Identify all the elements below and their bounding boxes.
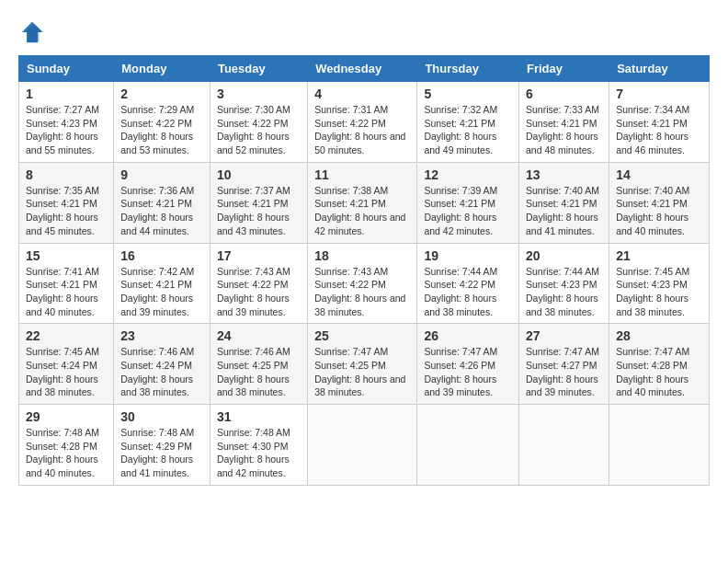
day-info: Sunrise: 7:44 AMSunset: 4:23 PMDaylight:… (526, 265, 602, 319)
day-info: Sunrise: 7:48 AMSunset: 4:30 PMDaylight:… (217, 426, 301, 480)
day-cell: 2 Sunrise: 7:29 AMSunset: 4:22 PMDayligh… (114, 82, 210, 163)
col-header-friday: Friday (518, 56, 609, 82)
day-number: 25 (314, 328, 410, 343)
day-cell: 21 Sunrise: 7:45 AMSunset: 4:23 PMDaylig… (609, 243, 710, 324)
day-number: 10 (217, 167, 301, 182)
week-row-4: 22 Sunrise: 7:45 AMSunset: 4:24 PMDaylig… (19, 324, 710, 405)
day-number: 24 (217, 328, 301, 343)
header-row: SundayMondayTuesdayWednesdayThursdayFrid… (19, 56, 710, 82)
day-number: 9 (120, 167, 203, 182)
day-info: Sunrise: 7:47 AMSunset: 4:28 PMDaylight:… (616, 345, 702, 399)
day-info: Sunrise: 7:44 AMSunset: 4:22 PMDaylight:… (424, 265, 512, 319)
day-cell (609, 405, 710, 486)
day-number: 4 (314, 86, 410, 101)
week-row-3: 15 Sunrise: 7:41 AMSunset: 4:21 PMDaylig… (19, 243, 710, 324)
day-cell (417, 405, 519, 486)
col-header-thursday: Thursday (417, 56, 519, 82)
day-cell: 29 Sunrise: 7:48 AMSunset: 4:28 PMDaylig… (19, 405, 114, 486)
day-cell: 17 Sunrise: 7:43 AMSunset: 4:22 PMDaylig… (210, 243, 307, 324)
day-info: Sunrise: 7:35 AMSunset: 4:21 PMDaylight:… (26, 184, 107, 238)
calendar-body: 1 Sunrise: 7:27 AMSunset: 4:23 PMDayligh… (19, 82, 710, 486)
day-cell (308, 405, 417, 486)
day-number: 17 (217, 248, 301, 263)
day-number: 3 (217, 86, 301, 101)
day-cell: 1 Sunrise: 7:27 AMSunset: 4:23 PMDayligh… (19, 82, 114, 163)
day-cell: 14 Sunrise: 7:40 AMSunset: 4:21 PMDaylig… (609, 162, 710, 243)
page-header (18, 18, 710, 46)
day-number: 16 (120, 248, 203, 263)
day-number: 19 (424, 248, 512, 263)
col-header-monday: Monday (114, 56, 210, 82)
day-info: Sunrise: 7:34 AMSunset: 4:21 PMDaylight:… (616, 103, 702, 157)
day-number: 7 (616, 86, 702, 101)
day-cell: 5 Sunrise: 7:32 AMSunset: 4:21 PMDayligh… (417, 82, 519, 163)
day-info: Sunrise: 7:30 AMSunset: 4:22 PMDaylight:… (217, 103, 301, 157)
calendar-header: SundayMondayTuesdayWednesdayThursdayFrid… (19, 56, 710, 82)
day-cell: 25 Sunrise: 7:47 AMSunset: 4:25 PMDaylig… (308, 324, 417, 405)
logo-icon (18, 18, 46, 46)
day-info: Sunrise: 7:41 AMSunset: 4:21 PMDaylight:… (26, 265, 107, 319)
day-number: 22 (26, 328, 107, 343)
day-cell: 31 Sunrise: 7:48 AMSunset: 4:30 PMDaylig… (210, 405, 307, 486)
week-row-2: 8 Sunrise: 7:35 AMSunset: 4:21 PMDayligh… (19, 162, 710, 243)
day-cell: 15 Sunrise: 7:41 AMSunset: 4:21 PMDaylig… (19, 243, 114, 324)
day-cell: 3 Sunrise: 7:30 AMSunset: 4:22 PMDayligh… (210, 82, 307, 163)
day-cell: 23 Sunrise: 7:46 AMSunset: 4:24 PMDaylig… (114, 324, 210, 405)
day-number: 8 (26, 167, 107, 182)
day-number: 1 (26, 86, 107, 101)
day-number: 2 (120, 86, 203, 101)
day-info: Sunrise: 7:46 AMSunset: 4:25 PMDaylight:… (217, 345, 301, 399)
day-number: 18 (314, 248, 410, 263)
day-info: Sunrise: 7:47 AMSunset: 4:27 PMDaylight:… (526, 345, 602, 399)
logo (18, 18, 50, 46)
day-number: 23 (120, 328, 203, 343)
day-number: 12 (424, 167, 512, 182)
day-cell: 28 Sunrise: 7:47 AMSunset: 4:28 PMDaylig… (609, 324, 710, 405)
day-cell: 9 Sunrise: 7:36 AMSunset: 4:21 PMDayligh… (114, 162, 210, 243)
col-header-saturday: Saturday (609, 56, 710, 82)
day-cell: 22 Sunrise: 7:45 AMSunset: 4:24 PMDaylig… (19, 324, 114, 405)
day-cell: 10 Sunrise: 7:37 AMSunset: 4:21 PMDaylig… (210, 162, 307, 243)
day-info: Sunrise: 7:48 AMSunset: 4:29 PMDaylight:… (120, 426, 203, 480)
day-cell: 12 Sunrise: 7:39 AMSunset: 4:21 PMDaylig… (417, 162, 519, 243)
day-info: Sunrise: 7:31 AMSunset: 4:22 PMDaylight:… (314, 103, 410, 157)
day-cell: 6 Sunrise: 7:33 AMSunset: 4:21 PMDayligh… (518, 82, 609, 163)
day-info: Sunrise: 7:40 AMSunset: 4:21 PMDaylight:… (526, 184, 602, 238)
day-info: Sunrise: 7:40 AMSunset: 4:21 PMDaylight:… (616, 184, 702, 238)
day-info: Sunrise: 7:32 AMSunset: 4:21 PMDaylight:… (424, 103, 512, 157)
day-info: Sunrise: 7:27 AMSunset: 4:23 PMDaylight:… (26, 103, 107, 157)
day-info: Sunrise: 7:33 AMSunset: 4:21 PMDaylight:… (526, 103, 602, 157)
week-row-1: 1 Sunrise: 7:27 AMSunset: 4:23 PMDayligh… (19, 82, 710, 163)
day-cell: 11 Sunrise: 7:38 AMSunset: 4:21 PMDaylig… (308, 162, 417, 243)
day-cell: 18 Sunrise: 7:43 AMSunset: 4:22 PMDaylig… (308, 243, 417, 324)
day-number: 5 (424, 86, 512, 101)
day-info: Sunrise: 7:42 AMSunset: 4:21 PMDaylight:… (120, 265, 203, 319)
day-number: 29 (26, 409, 107, 424)
day-info: Sunrise: 7:46 AMSunset: 4:24 PMDaylight:… (120, 345, 203, 399)
col-header-wednesday: Wednesday (308, 56, 417, 82)
day-info: Sunrise: 7:47 AMSunset: 4:26 PMDaylight:… (424, 345, 512, 399)
day-info: Sunrise: 7:36 AMSunset: 4:21 PMDaylight:… (120, 184, 203, 238)
day-info: Sunrise: 7:43 AMSunset: 4:22 PMDaylight:… (217, 265, 301, 319)
day-cell: 8 Sunrise: 7:35 AMSunset: 4:21 PMDayligh… (19, 162, 114, 243)
day-number: 26 (424, 328, 512, 343)
day-number: 31 (217, 409, 301, 424)
day-info: Sunrise: 7:48 AMSunset: 4:28 PMDaylight:… (26, 426, 107, 480)
col-header-tuesday: Tuesday (210, 56, 307, 82)
day-info: Sunrise: 7:45 AMSunset: 4:23 PMDaylight:… (616, 265, 702, 319)
day-info: Sunrise: 7:37 AMSunset: 4:21 PMDaylight:… (217, 184, 301, 238)
day-info: Sunrise: 7:38 AMSunset: 4:21 PMDaylight:… (314, 184, 410, 238)
day-cell: 24 Sunrise: 7:46 AMSunset: 4:25 PMDaylig… (210, 324, 307, 405)
day-number: 21 (616, 248, 702, 263)
day-number: 14 (616, 167, 702, 182)
calendar-table: SundayMondayTuesdayWednesdayThursdayFrid… (18, 55, 710, 486)
day-cell: 16 Sunrise: 7:42 AMSunset: 4:21 PMDaylig… (114, 243, 210, 324)
day-number: 30 (120, 409, 203, 424)
day-cell: 7 Sunrise: 7:34 AMSunset: 4:21 PMDayligh… (609, 82, 710, 163)
week-row-5: 29 Sunrise: 7:48 AMSunset: 4:28 PMDaylig… (19, 405, 710, 486)
day-cell: 4 Sunrise: 7:31 AMSunset: 4:22 PMDayligh… (308, 82, 417, 163)
day-info: Sunrise: 7:47 AMSunset: 4:25 PMDaylight:… (314, 345, 410, 399)
day-cell: 13 Sunrise: 7:40 AMSunset: 4:21 PMDaylig… (518, 162, 609, 243)
day-number: 6 (526, 86, 602, 101)
day-number: 27 (526, 328, 602, 343)
